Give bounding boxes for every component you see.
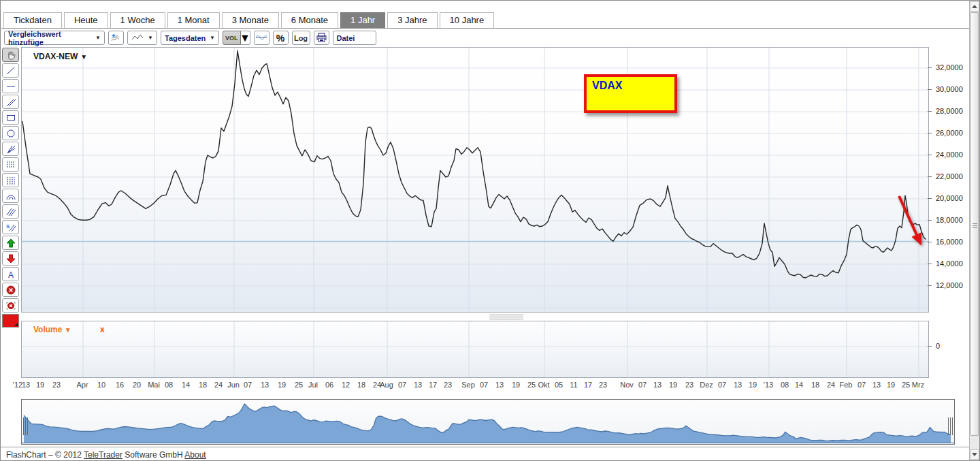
red-arrow-annotation[interactable] (899, 196, 920, 242)
x-axis-label: 23 (444, 381, 452, 389)
x-axis-label: 14 (795, 381, 803, 389)
delete-tool[interactable] (2, 283, 19, 297)
percent-scale-button[interactable]: % (273, 31, 289, 45)
arrow-down-marker-icon (5, 254, 16, 264)
about-link[interactable]: About (184, 450, 206, 460)
volume-dropdown-button[interactable]: ▼ (241, 31, 250, 45)
add-study-button[interactable] (108, 31, 124, 45)
flashchart-app: TickdatenHeute1 Woche1 Monat3 Monate6 Mo… (0, 0, 980, 461)
x-axis-label: 08 (781, 381, 789, 389)
x-axis-label: Dez (700, 381, 713, 389)
delete-all-tool[interactable] (2, 298, 19, 313)
x-axis-label: 14 (182, 381, 190, 389)
tab-tickdaten[interactable]: Tickdaten (3, 12, 62, 28)
vdax-annotation-text: VDAX (592, 80, 622, 91)
scrollbar-thumb[interactable] (970, 12, 979, 436)
fib-time-zones-tool[interactable] (2, 157, 19, 172)
ellipse-tool[interactable] (2, 126, 19, 140)
speed-lines-tool[interactable] (2, 204, 19, 219)
interval-dropdown[interactable]: Tagesdaten ▼ (161, 31, 219, 45)
x-axis-label: 19 (512, 381, 520, 389)
arrow-up-marker-tool[interactable] (2, 236, 19, 250)
teletrader-link[interactable]: TeleTrader (84, 450, 122, 460)
text-tool[interactable]: A (2, 267, 19, 281)
parallel-lines-tool[interactable] (2, 95, 19, 109)
hand-tool[interactable] (2, 48, 19, 62)
vdax-annotation-box[interactable]: VDAX (584, 74, 677, 113)
fib-time-zones-icon (5, 160, 16, 170)
line-style-dropdown[interactable]: ▼ (127, 31, 157, 45)
volume-close-button[interactable]: x (100, 325, 105, 334)
fib-retracement-tool[interactable] (2, 173, 19, 187)
y-axis-tick (928, 133, 932, 133)
tab-10-jahre[interactable]: 10 Jahre (440, 12, 495, 28)
y-axis-label: 30,0000 (936, 85, 963, 93)
file-menu-button[interactable]: Datei (333, 31, 376, 45)
tab-3-monate[interactable]: 3 Monate (222, 12, 279, 28)
x-axis-label: 13 (495, 381, 504, 389)
vertical-scrollbar[interactable] (969, 1, 979, 460)
triangle-down-icon (972, 453, 977, 456)
navigator-right-handle[interactable] (948, 417, 953, 435)
tab-heute[interactable]: Heute (64, 12, 108, 28)
x-axis-label: 18 (199, 381, 207, 389)
x-axis-label: 16 (116, 381, 124, 389)
gann-s-lines-icon: S (5, 223, 16, 232)
x-axis-label: Aug (380, 381, 393, 389)
x-axis-label: 25 (902, 381, 910, 389)
rectangle-tool[interactable] (2, 110, 19, 125)
price-chart-canvas[interactable] (22, 48, 928, 312)
x-axis-label: 13 (414, 381, 422, 389)
price-axis[interactable]: 32,000030,000028,000026,000024,000022,00… (930, 47, 970, 314)
tab-1-woche[interactable]: 1 Woche (110, 12, 165, 28)
pane-splitter[interactable] (21, 313, 929, 320)
file-menu-label: Datei (337, 34, 355, 42)
horizontal-line-tool[interactable] (2, 79, 19, 93)
volume-axis-tick (928, 346, 932, 347)
compare-dropdown[interactable]: Vergleichswert hinzufüge ▼ (4, 31, 105, 45)
tab-3-jahre[interactable]: 3 Jahre (387, 12, 437, 28)
x-axis-label: 25 (527, 381, 536, 389)
x-axis-label: 13 (653, 381, 662, 389)
time-axis[interactable]: '12131923Apr101620Mai08141824Jun07131925… (21, 381, 929, 392)
tab-1-monat[interactable]: 1 Monat (167, 12, 220, 28)
symbol-label[interactable]: VDAX-NEW▼ (33, 52, 87, 61)
fan-lines-tool[interactable] (2, 142, 19, 156)
print-button[interactable] (314, 31, 329, 45)
chart-toolbar: Vergleichswert hinzufüge ▼ ▼ Tagesdaten … (4, 30, 376, 46)
y-axis-label: 20,0000 (936, 194, 963, 202)
y-axis-label: 12,0000 (936, 281, 963, 289)
x-axis-label: 23 (599, 381, 607, 389)
scroll-up-button[interactable] (970, 1, 979, 12)
overlay-style-button[interactable] (254, 31, 270, 45)
chevron-down-icon: ▼ (80, 53, 87, 61)
arrow-down-marker-tool[interactable] (2, 251, 19, 266)
y-axis-label: 16,0000 (936, 238, 963, 246)
navigator-left-handle[interactable] (23, 417, 28, 435)
y-axis-label: 28,0000 (936, 107, 963, 115)
tab-6-monate[interactable]: 6 Monate (281, 12, 338, 28)
main-chart-pane[interactable]: VDAX-NEW▼ VDAX (21, 47, 929, 313)
y-axis-tick (928, 89, 932, 90)
x-axis-label: 07 (244, 381, 252, 389)
trendline-tool[interactable] (2, 63, 19, 78)
volume-pane-title[interactable]: Volume ▼ (33, 325, 71, 334)
volume-toggle-button[interactable]: VOL (223, 31, 241, 45)
log-scale-button[interactable]: Log (292, 31, 310, 45)
color-swatch[interactable] (2, 314, 19, 328)
x-axis-label: 23 (52, 381, 61, 389)
gann-s-lines-tool[interactable]: S (2, 220, 19, 234)
volume-title-text: Volume (33, 325, 62, 334)
delete-all-icon (5, 301, 16, 311)
y-axis-tick (928, 198, 932, 199)
range-navigator[interactable] (21, 399, 955, 445)
y-axis-tick (928, 176, 932, 177)
volume-pane[interactable]: Volume ▼ x (21, 321, 929, 378)
interval-dropdown-label: Tagesdaten (165, 34, 206, 42)
tab-1-jahr[interactable]: 1 Jahr (340, 12, 385, 28)
splitter-grip-icon[interactable] (489, 315, 523, 319)
x-axis-label: 13 (872, 381, 881, 389)
x-axis-label: Nov (620, 381, 634, 389)
arc-tool[interactable] (2, 189, 19, 203)
scroll-down-button[interactable] (970, 449, 979, 460)
